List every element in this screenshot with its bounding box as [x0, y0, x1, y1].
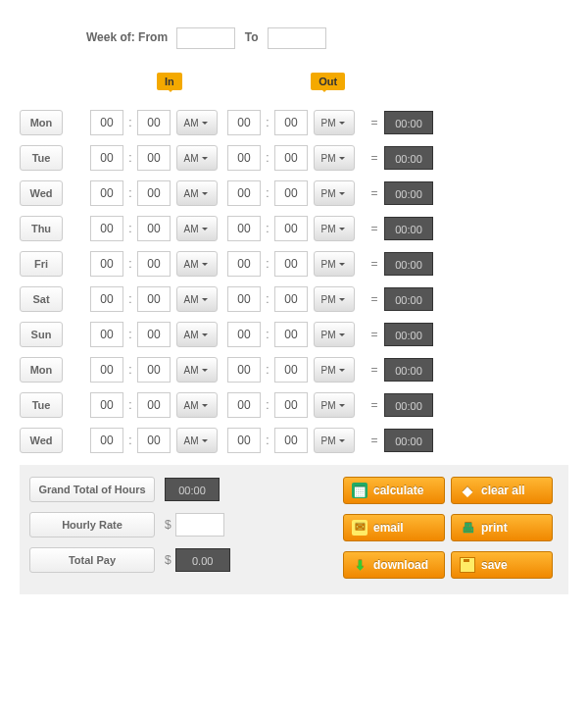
day-label: Tue: [20, 145, 63, 171]
time-row: Mon:AM:PM=00:00: [20, 108, 568, 137]
in-hour-input[interactable]: [90, 180, 123, 206]
out-ampm-select[interactable]: PM: [314, 110, 355, 135]
out-ampm-select[interactable]: PM: [314, 251, 355, 277]
total-pay-value: 0.00: [175, 548, 230, 572]
out-ampm-select[interactable]: PM: [314, 428, 355, 453]
time-colon: :: [261, 151, 274, 165]
email-button[interactable]: ✉email: [343, 514, 445, 541]
in-minute-input[interactable]: [137, 251, 171, 277]
in-minute-input[interactable]: [137, 357, 171, 383]
in-minute-input[interactable]: [137, 322, 171, 347]
dollar-sign: $: [165, 518, 172, 532]
out-minute-input[interactable]: [274, 322, 308, 347]
week-from-input[interactable]: [176, 27, 235, 49]
in-ampm-select[interactable]: AM: [176, 145, 218, 171]
in-hour-input[interactable]: [90, 286, 123, 312]
chevron-down-icon: [202, 369, 208, 375]
out-minute-input[interactable]: [274, 145, 308, 171]
out-minute-input[interactable]: [274, 357, 308, 383]
out-hour-input[interactable]: [227, 110, 261, 135]
equals-sign: =: [367, 222, 382, 235]
in-ampm-select[interactable]: AM: [176, 392, 218, 418]
in-ampm-select[interactable]: AM: [176, 286, 218, 312]
time-colon: :: [123, 116, 137, 129]
time-colon: :: [261, 222, 274, 235]
in-hour-input[interactable]: [90, 110, 123, 135]
out-minute-input[interactable]: [274, 180, 308, 206]
week-to-input[interactable]: [268, 27, 326, 49]
in-minute-input[interactable]: [137, 110, 171, 135]
in-minute-input[interactable]: [137, 145, 171, 171]
in-ampm-select[interactable]: AM: [176, 110, 218, 135]
out-hour-input[interactable]: [227, 251, 261, 277]
in-ampm-select[interactable]: AM: [176, 216, 218, 241]
in-minute-input[interactable]: [137, 286, 171, 312]
out-hour-input[interactable]: [227, 216, 261, 241]
hourly-rate-label: Hourly Rate: [29, 512, 155, 537]
out-minute-input[interactable]: [274, 110, 308, 135]
out-hour-input[interactable]: [227, 286, 261, 312]
calculate-button[interactable]: ▦calculate: [343, 477, 445, 504]
week-from-label: Week of: From: [86, 30, 168, 44]
print-icon: 🖶: [460, 520, 475, 536]
time-row: Thu:AM:PM=00:00: [20, 214, 568, 243]
out-ampm-select[interactable]: PM: [314, 180, 355, 206]
in-hour-input[interactable]: [90, 216, 123, 241]
out-minute-input[interactable]: [274, 392, 308, 418]
save-icon: [460, 557, 475, 573]
equals-sign: =: [367, 398, 382, 412]
time-colon: :: [123, 292, 137, 306]
out-minute-input[interactable]: [274, 251, 308, 277]
out-hour-input[interactable]: [227, 180, 261, 206]
in-ampm-select[interactable]: AM: [176, 251, 218, 277]
in-hour-input[interactable]: [90, 145, 123, 171]
email-icon: ✉: [352, 520, 368, 536]
out-hour-input[interactable]: [227, 357, 261, 383]
day-label: Tue: [20, 392, 63, 418]
time-row: Tue:AM:PM=00:00: [20, 390, 568, 420]
in-minute-input[interactable]: [137, 180, 171, 206]
in-ampm-select[interactable]: AM: [176, 428, 218, 453]
chevron-down-icon: [339, 404, 345, 410]
in-ampm-select[interactable]: AM: [176, 357, 218, 383]
clear-all-button[interactable]: ◆clear all: [451, 477, 553, 504]
in-hour-input[interactable]: [90, 357, 123, 383]
in-minute-input[interactable]: [137, 428, 171, 453]
chevron-down-icon: [202, 298, 208, 304]
day-label: Wed: [20, 180, 63, 206]
save-button[interactable]: save: [451, 551, 553, 579]
in-hour-input[interactable]: [90, 392, 123, 418]
out-ampm-select[interactable]: PM: [314, 145, 355, 171]
download-button[interactable]: ⬇download: [343, 551, 445, 579]
hourly-rate-input[interactable]: [175, 513, 224, 537]
print-button[interactable]: 🖶print: [451, 514, 553, 541]
in-ampm-select[interactable]: AM: [176, 322, 218, 347]
out-hour-input[interactable]: [227, 392, 261, 418]
in-minute-input[interactable]: [137, 392, 171, 418]
out-minute-input[interactable]: [274, 428, 308, 453]
out-hour-input[interactable]: [227, 145, 261, 171]
out-hour-input[interactable]: [227, 428, 261, 453]
in-minute-input[interactable]: [137, 216, 171, 241]
out-ampm-select[interactable]: PM: [314, 322, 355, 347]
out-ampm-select[interactable]: PM: [314, 357, 355, 383]
time-colon: :: [123, 257, 137, 271]
out-minute-input[interactable]: [274, 216, 308, 241]
in-out-header: In Out: [157, 73, 568, 100]
chevron-down-icon: [202, 157, 208, 163]
out-minute-input[interactable]: [274, 286, 308, 312]
in-hour-input[interactable]: [90, 322, 123, 347]
equals-sign: =: [367, 328, 382, 341]
out-ampm-select[interactable]: PM: [314, 392, 355, 418]
out-ampm-select[interactable]: PM: [314, 286, 355, 312]
chevron-down-icon: [202, 439, 208, 445]
time-row: Wed:AM:PM=00:00: [20, 179, 568, 208]
in-ampm-select[interactable]: AM: [176, 180, 218, 206]
chevron-down-icon: [339, 192, 345, 198]
time-row: Tue:AM:PM=00:00: [20, 143, 568, 173]
in-hour-input[interactable]: [90, 428, 123, 453]
chevron-down-icon: [202, 263, 208, 269]
out-ampm-select[interactable]: PM: [314, 216, 355, 241]
in-hour-input[interactable]: [90, 251, 123, 277]
out-hour-input[interactable]: [227, 322, 261, 347]
